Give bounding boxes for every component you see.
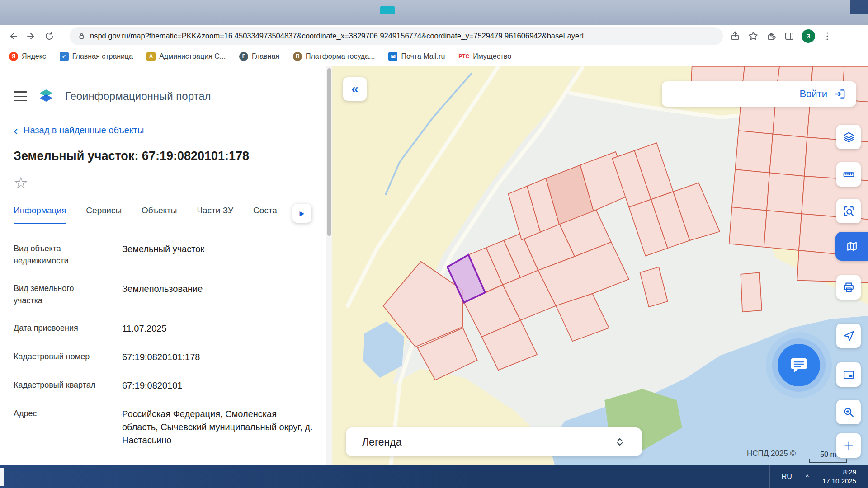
menu-dots-icon[interactable] [821, 30, 833, 42]
browser-toolbar: nspd.gov.ru/map?thematic=PKK&zoom=16.450… [0, 25, 868, 47]
tab-label: Информация [14, 206, 66, 215]
bookmark-label: Яндекс [22, 52, 46, 61]
lock-icon [78, 32, 85, 40]
tab[interactable]: Соста [253, 206, 277, 224]
chat-icon [788, 355, 809, 375]
bookmark-item[interactable]: ✓ Главная страница [60, 52, 133, 61]
screen: nspd.gov.ru/map?thematic=PKK&zoom=16.450… [0, 0, 868, 488]
field-value: 11.07.2025 [122, 322, 314, 335]
bookmark-favicon: ✉ [388, 52, 397, 61]
print-button[interactable] [836, 275, 861, 300]
side-panel-icon[interactable] [783, 30, 795, 42]
login-label: Войти [799, 88, 827, 100]
field-label: Дата присвоения [14, 322, 104, 335]
scrollbar-thumb[interactable] [327, 68, 331, 236]
field-label: Кадастровый квартал [14, 379, 104, 392]
field-label: Адрес [14, 408, 104, 447]
field-row: Дата присвоения 11.07.2025 [14, 314, 314, 343]
info-fields: Вид объекта недвижимости Земельный участ… [14, 235, 314, 455]
field-label: Вид объекта недвижимости [14, 243, 104, 267]
taskbar-app-thumbnail[interactable] [0, 468, 4, 486]
tabs-bar: Информация Сервисы Объекты Части ЗУ [14, 206, 314, 224]
url-text: nspd.gov.ru/map?thematic=PKK&zoom=16.450… [90, 32, 584, 40]
login-icon [834, 88, 846, 100]
tab[interactable]: Сервисы [86, 206, 122, 224]
forward-icon[interactable] [25, 30, 37, 42]
window-corner-decor [850, 0, 868, 14]
profile-avatar[interactable]: 3 [802, 29, 815, 43]
tabs-more-button[interactable]: ▶ [292, 204, 311, 223]
chat-button[interactable] [778, 344, 820, 386]
draw-tool-button[interactable] [835, 232, 868, 261]
field-row: Кадастровый квартал 67:19:0820101 [14, 371, 314, 400]
field-row: Адрес Российская Федерация, Смоленская о… [14, 400, 314, 455]
field-value: Российская Федерация, Смоленская область… [122, 408, 314, 447]
bookmark-label: Имущество [473, 52, 511, 61]
extensions-icon[interactable] [765, 30, 777, 42]
collapse-panel-button[interactable]: « [343, 77, 367, 101]
bookmark-favicon: А [146, 52, 156, 61]
map-canvas[interactable] [332, 66, 868, 465]
bookmark-item[interactable]: ✉ Почта Mail.ru [388, 52, 445, 61]
field-row: Вид объекта недвижимости Земельный участ… [14, 235, 314, 275]
field-value: Землепользование [122, 282, 314, 307]
tab[interactable]: Части ЗУ [197, 206, 233, 224]
address-bar[interactable]: nspd.gov.ru/map?thematic=PKK&zoom=16.450… [70, 27, 723, 45]
scale-bracket [809, 459, 847, 463]
menu-hamburger-icon[interactable] [14, 91, 27, 101]
bookmark-label: Платформа госуда... [306, 52, 375, 61]
browser-tab-favicon[interactable] [380, 6, 395, 14]
language-indicator[interactable]: RU [782, 473, 792, 481]
legend-panel[interactable]: Легенда [346, 427, 642, 456]
bookmark-favicon: Г [239, 52, 248, 61]
bookmark-item[interactable]: П Платформа госуда... [293, 52, 375, 61]
map-scalebar: 50 m [809, 450, 847, 463]
share-icon[interactable] [729, 30, 741, 42]
clock-date: 17.10.2025 [822, 477, 856, 486]
bookmark-favicon: Я [9, 52, 18, 61]
field-label: Кадастровый номер [14, 351, 104, 364]
reload-icon[interactable] [43, 30, 55, 42]
locate-button[interactable] [836, 324, 861, 348]
tab[interactable]: Объекты [142, 206, 177, 224]
portal-logo-icon [37, 87, 55, 105]
bookmark-item[interactable]: РТС Имущество [458, 52, 511, 61]
zoom-window-button[interactable] [836, 400, 861, 424]
ruler-button[interactable] [836, 162, 861, 187]
legend-label: Легенда [362, 436, 401, 448]
tab-label: Соста [253, 206, 277, 215]
map-area[interactable]: « Войти [332, 66, 868, 465]
back-icon[interactable] [7, 30, 19, 42]
bookmark-label: Главная страница [72, 52, 133, 61]
bookmark-label: Главная [252, 52, 279, 61]
tab-label: Части ЗУ [197, 206, 233, 215]
window-tab-strip [0, 0, 868, 25]
bookmark-item[interactable]: Я Яндекс [9, 52, 46, 61]
panel-scrollbar[interactable] [326, 66, 332, 465]
field-value: 67:19:0820101:178 [122, 351, 314, 364]
clock-time: 8:29 [822, 468, 856, 477]
field-row: Вид земельного участка Землепользование [14, 275, 314, 314]
bookmark-star-icon[interactable] [747, 30, 759, 42]
chevron-left-icon: ‹ [14, 126, 18, 135]
page-title: Земельный участок: 67:19:0820101:178 [14, 149, 314, 163]
bookmark-item[interactable]: А Администрация С... [146, 52, 226, 61]
favorite-star-icon[interactable]: ☆ [14, 173, 33, 193]
login-box[interactable]: Войти [662, 81, 856, 107]
tab[interactable]: Информация [14, 206, 66, 224]
taskbar-clock[interactable]: 8:29 17.10.2025 [822, 468, 856, 486]
object-search-button[interactable] [836, 199, 861, 223]
legend-toggle-icon[interactable] [614, 436, 626, 448]
bookmark-favicon: П [293, 52, 302, 61]
bookmark-label: Администрация С... [159, 52, 226, 61]
back-to-results-link[interactable]: ‹ Назад в найденные объекты [14, 125, 314, 136]
bookmark-item[interactable]: Г Главная [239, 52, 279, 61]
taskbar: RU ^ 8:29 17.10.2025 [0, 465, 868, 488]
mini-map-button[interactable] [836, 362, 861, 387]
bookmark-label: Почта Mail.ru [401, 52, 445, 61]
map-attribution: НСПД 2025 © [747, 449, 796, 458]
field-label: Вид земельного участка [14, 282, 104, 307]
bookmark-favicon: РТС [458, 52, 469, 61]
layers-button[interactable] [836, 125, 861, 149]
tray-expand-icon[interactable]: ^ [806, 473, 809, 481]
